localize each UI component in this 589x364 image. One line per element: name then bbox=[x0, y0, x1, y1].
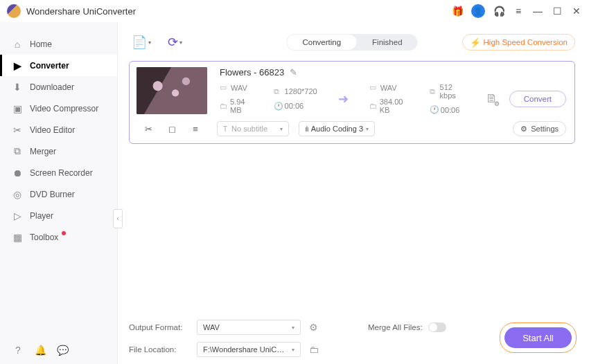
output-format-value: WAV bbox=[203, 323, 220, 331]
toolbar: 📄▾ ⟳▾ Converting Finished ⚡High Speed Co… bbox=[129, 29, 575, 55]
file-card: Flowers - 66823 ✎ ▭WAV 🗀5.94 MB ⧉1280*72… bbox=[129, 61, 575, 144]
help-icon[interactable]: ? bbox=[12, 345, 24, 356]
sidebar-item-downloader[interactable]: ⬇Downloader bbox=[0, 76, 117, 98]
close-icon[interactable]: ✕ bbox=[571, 6, 582, 17]
nav: ⌂Home ▶Converter ⬇Downloader ▣Video Comp… bbox=[0, 22, 117, 336]
resolution-icon: ⧉ bbox=[274, 87, 282, 96]
output-settings-icon[interactable]: 🗎 bbox=[486, 91, 498, 106]
merge-icon: ⧉ bbox=[12, 146, 23, 157]
crop-icon[interactable]: ◻ bbox=[166, 124, 177, 134]
open-folder-icon[interactable]: 🗀 bbox=[309, 344, 319, 355]
app-logo bbox=[7, 4, 21, 18]
main-area: 📄▾ ⟳▾ Converting Finished ⚡High Speed Co… bbox=[118, 22, 589, 364]
dst-duration: 00:06 bbox=[441, 106, 460, 114]
more-icon[interactable]: ≡ bbox=[190, 124, 201, 134]
gear-icon: ⚙ bbox=[520, 125, 527, 134]
bolt-icon: ⚡ bbox=[470, 37, 481, 48]
chevron-down-icon: ▾ bbox=[292, 325, 294, 331]
maximize-icon[interactable]: ☐ bbox=[552, 6, 563, 17]
file-thumbnail[interactable] bbox=[137, 67, 207, 114]
file-location-value: F:\Wondershare UniConverter bbox=[203, 345, 286, 354]
sidebar-item-label: Toolbox bbox=[30, 233, 58, 242]
audio-codec-value: Audio Coding 3 bbox=[311, 125, 363, 133]
tab-label: Converting bbox=[302, 38, 341, 46]
sidebar-item-player[interactable]: ▷Player bbox=[0, 205, 117, 226]
chat-icon[interactable]: 💬 bbox=[57, 345, 68, 356]
file-name: Flowers - 66823 bbox=[220, 67, 284, 78]
bitrate-icon: ⧉ bbox=[430, 87, 437, 96]
sidebar-item-label: Video Editor bbox=[30, 125, 75, 135]
add-url-icon: ⟳ bbox=[168, 35, 178, 50]
file-location-dropdown[interactable]: F:\Wondershare UniConverter ▾ bbox=[197, 342, 301, 357]
sidebar-item-label: Downloader bbox=[30, 82, 74, 92]
rename-icon[interactable]: ✎ bbox=[290, 67, 297, 78]
status-tabs: Converting Finished bbox=[286, 34, 417, 51]
subtitle-icon: T bbox=[223, 125, 227, 133]
add-file-button[interactable]: 📄▾ bbox=[129, 35, 154, 50]
sidebar-item-screen-recorder[interactable]: ⏺Screen Recorder bbox=[0, 162, 117, 183]
file-meta: Flowers - 66823 ✎ ▭WAV 🗀5.94 MB ⧉1280*72… bbox=[220, 67, 566, 114]
folder-icon: 🗀 bbox=[369, 102, 377, 110]
app-title: Wondershare UniConverter bbox=[26, 6, 446, 17]
menu-icon[interactable]: ≡ bbox=[513, 6, 524, 17]
chevron-down-icon: ▾ bbox=[179, 39, 182, 46]
tab-finished[interactable]: Finished bbox=[357, 34, 417, 51]
merge-all-toggle[interactable] bbox=[428, 322, 446, 332]
sidebar-bottom-icons: ? 🔔 💬 bbox=[0, 336, 117, 364]
high-speed-button[interactable]: ⚡High Speed Conversion bbox=[462, 34, 575, 51]
audio-codec-dropdown[interactable]: ılı Audio Coding 3 ▾ bbox=[299, 121, 375, 136]
toolbox-icon: ▦ bbox=[12, 232, 23, 243]
sidebar-item-converter[interactable]: ▶Converter bbox=[0, 55, 117, 76]
toolbox-badge bbox=[62, 231, 66, 235]
arrow-right-icon: ➜ bbox=[335, 91, 351, 107]
target-column: ▭WAV 🗀384.00 KB bbox=[369, 83, 412, 114]
dst-format: WAV bbox=[380, 84, 397, 92]
converter-icon: ▶ bbox=[12, 60, 23, 71]
gift-icon[interactable]: 🎁 bbox=[452, 6, 463, 17]
player-icon: ▷ bbox=[12, 210, 23, 221]
add-file-icon: 📄 bbox=[132, 35, 147, 50]
subtitle-dropdown[interactable]: T No subtitle ▾ bbox=[217, 121, 289, 136]
video-icon: ▭ bbox=[220, 83, 228, 92]
sidebar-item-dvd-burner[interactable]: ◎DVD Burner bbox=[0, 183, 117, 205]
user-avatar[interactable]: 👤 bbox=[471, 4, 485, 18]
sidebar-item-label: Video Compressor bbox=[30, 104, 98, 113]
settings-label: Settings bbox=[531, 125, 559, 133]
sidebar-item-video-editor[interactable]: ✂Video Editor bbox=[0, 119, 117, 140]
output-settings-icon[interactable]: ⚙ bbox=[309, 322, 318, 333]
start-all-highlight: Start All bbox=[500, 322, 577, 353]
file-location-label: File Location: bbox=[129, 345, 188, 354]
src-size: 5.94 MB bbox=[230, 98, 256, 114]
add-url-button[interactable]: ⟳▾ bbox=[165, 35, 185, 50]
sidebar-collapse-handle[interactable]: ‹ bbox=[113, 209, 123, 228]
file-settings-button[interactable]: ⚙ Settings bbox=[513, 121, 566, 136]
sidebar-item-home[interactable]: ⌂Home bbox=[0, 33, 117, 55]
output-format-dropdown[interactable]: WAV ▾ bbox=[197, 320, 301, 335]
convert-button[interactable]: Convert bbox=[509, 91, 566, 107]
sidebar-item-toolbox[interactable]: ▦Toolbox bbox=[0, 226, 117, 248]
audio-icon: ılı bbox=[305, 125, 308, 133]
chevron-down-icon: ▾ bbox=[292, 347, 294, 353]
merge-label: Merge All Files: bbox=[368, 323, 423, 331]
output-format-label: Output Format: bbox=[129, 323, 188, 331]
clock-icon: 🕐 bbox=[430, 105, 438, 114]
high-speed-label: High Speed Conversion bbox=[484, 38, 568, 46]
start-all-button[interactable]: Start All bbox=[504, 327, 572, 348]
download-icon: ⬇ bbox=[12, 82, 23, 93]
minimize-icon[interactable]: — bbox=[532, 6, 543, 17]
headset-icon[interactable]: 🎧 bbox=[493, 6, 504, 17]
chevron-down-icon: ▾ bbox=[148, 39, 151, 46]
sidebar-item-label: Merger bbox=[30, 147, 56, 156]
trim-icon[interactable]: ✂ bbox=[143, 124, 154, 134]
bell-icon[interactable]: 🔔 bbox=[35, 345, 46, 356]
compress-icon: ▣ bbox=[12, 103, 23, 114]
dst-bitrate: 512 kbps bbox=[440, 83, 468, 100]
clock-icon: 🕐 bbox=[274, 102, 282, 111]
sidebar-item-compressor[interactable]: ▣Video Compressor bbox=[0, 98, 117, 119]
src-format: WAV bbox=[231, 84, 247, 92]
sidebar-item-label: Converter bbox=[30, 61, 69, 71]
titlebar-actions: 🎁 👤 🎧 ≡ — ☐ ✕ bbox=[452, 4, 582, 18]
tab-converting[interactable]: Converting bbox=[287, 35, 356, 50]
sidebar: ⌂Home ▶Converter ⬇Downloader ▣Video Comp… bbox=[0, 22, 118, 364]
sidebar-item-merger[interactable]: ⧉Merger bbox=[0, 140, 117, 162]
